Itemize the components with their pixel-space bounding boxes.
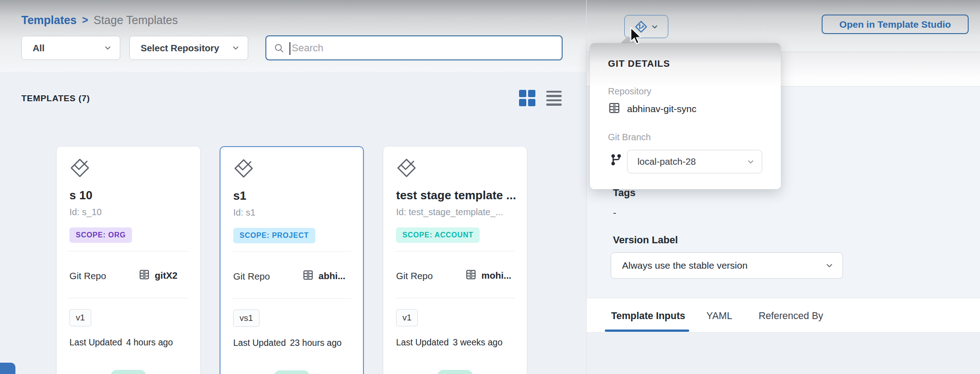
divider [395, 298, 515, 298]
template-card-s10[interactable]: s 10 Id: s_10 SCOPE: ORG Git Repo gitX2 … [56, 146, 201, 374]
repository-icon [465, 269, 477, 280]
template-id: Id: s1 [233, 207, 353, 218]
repository-name: abhinav-git-sync [627, 103, 696, 114]
git-repo-label: Git Repo [396, 271, 433, 281]
template-card-s1[interactable]: s1 Id: s1 SCOPE: PROJECT Git Repo abhi..… [220, 146, 364, 374]
details-tabs-bar: Template Inputs YAML Referenced By [587, 298, 980, 333]
version-label-heading: Version Label [613, 234, 678, 246]
breadcrumb-separator: > [82, 14, 88, 26]
search-input[interactable] [291, 42, 562, 54]
template-title: s1 [233, 189, 353, 203]
last-updated-value: 4 hours ago [126, 337, 173, 347]
divider [395, 251, 515, 251]
divider [232, 251, 351, 252]
divider [69, 298, 188, 298]
last-updated-label: Last Updated [396, 337, 449, 347]
stage-templates-page: Templates > Stage Templates All Select R… [0, 0, 980, 374]
stage-template-icon [69, 157, 91, 179]
help-widget[interactable] [0, 363, 15, 374]
tab-yaml[interactable]: YAML [706, 310, 732, 322]
scope-badge: SCOPE: ORG [69, 227, 132, 243]
grid-view-toggle[interactable] [519, 89, 536, 107]
template-id: Id: test_stage_template_... [396, 207, 516, 217]
git-details-title: GIT DETAILS [608, 58, 670, 69]
repository-icon [608, 102, 621, 114]
repository-label: Repository [608, 86, 652, 97]
divider [232, 298, 351, 299]
last-updated-label: Last Updated [233, 338, 286, 348]
active-tab-indicator [605, 330, 689, 332]
scope-badge: SCOPE: PROJECT [233, 228, 315, 243]
last-updated-value: 3 weeks ago [453, 337, 503, 347]
git-details-popover: GIT DETAILS Repository abhinav-git-sync … [590, 43, 781, 189]
last-updated-value: 23 hours ago [290, 338, 342, 348]
template-type-value: All [33, 43, 44, 54]
git-repo-label: Git Repo [233, 271, 270, 282]
git-details-trigger-button[interactable] [624, 15, 668, 38]
template-title: test stage template ... [396, 188, 516, 202]
tab-referenced-by[interactable]: Referenced By [759, 310, 823, 322]
stable-badge [437, 370, 473, 374]
list-view-icon [546, 91, 562, 106]
search-icon [274, 43, 284, 54]
git-repo-label: Git Repo [69, 271, 106, 281]
repository-icon [302, 269, 314, 281]
git-repo-value: gitX2 [155, 270, 177, 281]
template-card-list: s 10 Id: s_10 SCOPE: ORG Git Repo gitX2 … [56, 146, 527, 374]
tab-content-area [587, 332, 980, 374]
chevron-down-icon [747, 158, 755, 166]
breadcrumb: Templates > Stage Templates [21, 14, 178, 27]
git-branch-label: Git Branch [608, 132, 651, 143]
last-updated: Last Updated23 hours ago [233, 338, 342, 348]
breadcrumb-current: Stage Templates [93, 14, 178, 27]
chevron-down-icon [104, 44, 112, 52]
tags-value: - [613, 207, 616, 219]
divider [69, 251, 188, 251]
chevron-down-icon [825, 261, 833, 270]
repository-dropdown-value: Select Repository [141, 43, 219, 54]
last-updated: Last Updated4 hours ago [69, 337, 173, 348]
version-chip: vs1 [233, 310, 260, 327]
stage-template-icon [232, 157, 255, 180]
template-card-test-stage-template[interactable]: test stage template ... Id: test_stage_t… [383, 146, 527, 374]
git-repo-value: mohi... [481, 270, 511, 281]
version-chip: v1 [396, 309, 418, 326]
templates-count-label: TEMPLATES (7) [21, 94, 90, 103]
template-id: Id: s_10 [69, 207, 189, 217]
template-title: s 10 [69, 188, 189, 202]
version-label-value: Always use the stable version [622, 260, 748, 271]
last-updated-label: Last Updated [69, 337, 122, 347]
git-template-icon [634, 20, 648, 34]
repository-dropdown[interactable]: Select Repository [129, 36, 248, 60]
git-branch-icon [610, 153, 622, 167]
text-cursor [289, 42, 290, 55]
chevron-down-icon [651, 23, 658, 30]
git-branch-select[interactable]: local-patch-28 [627, 150, 762, 173]
stable-badge [111, 370, 146, 374]
stable-badge [274, 370, 309, 374]
version-chip: v1 [69, 309, 91, 326]
open-in-template-studio-button[interactable]: Open in Template Studio [822, 15, 969, 34]
search-box[interactable] [265, 35, 563, 60]
list-view-toggle[interactable] [545, 89, 563, 107]
tab-template-inputs[interactable]: Template Inputs [611, 310, 685, 322]
stage-template-icon [395, 157, 418, 179]
scope-badge: SCOPE: ACCOUNT [396, 227, 480, 243]
grid-view-icon [519, 90, 535, 106]
last-updated: Last Updated3 weeks ago [396, 337, 503, 348]
template-type-dropdown[interactable]: All [21, 36, 120, 60]
version-label-select[interactable]: Always use the stable version [611, 252, 843, 279]
left-header: Templates > Stage Templates All Select R… [0, 0, 586, 72]
git-repo-value: abhi... [318, 271, 345, 281]
repository-icon [138, 269, 150, 280]
breadcrumb-templates-link[interactable]: Templates [21, 14, 77, 27]
git-branch-value: local-patch-28 [637, 156, 696, 167]
chevron-down-icon [232, 44, 240, 52]
